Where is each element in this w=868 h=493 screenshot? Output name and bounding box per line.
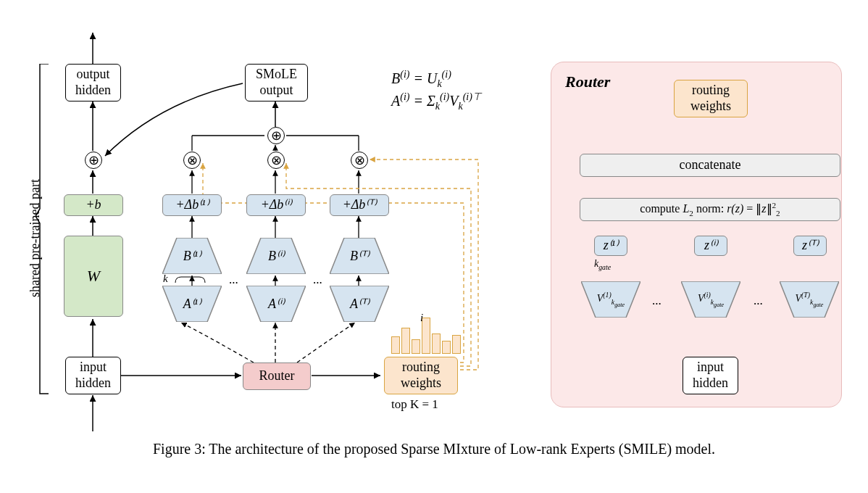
- input-hidden-box: input hidden: [65, 357, 121, 394]
- dots-left-1: ...: [229, 273, 238, 287]
- concat-box: concatenate: [580, 154, 840, 177]
- V-trap-1: V(1)kgate: [581, 281, 640, 318]
- routing-weights-right: routing weights: [674, 80, 748, 117]
- routing-weights-box: routing weights: [384, 357, 458, 394]
- B-trap-3: B⁽ᵀ⁾: [330, 238, 389, 274]
- routing-bars-icon: [391, 318, 461, 354]
- figure-container: shared pre-trained part output hidden ⊕ …: [14, 14, 854, 478]
- times-icon-1: ⊗: [183, 152, 201, 169]
- dots-right-2: ...: [754, 294, 763, 308]
- V-trap-2: V(i)kgate: [681, 281, 740, 318]
- output-hidden-box: output hidden: [65, 64, 121, 102]
- plus-icon: ⊕: [85, 152, 102, 169]
- smole-output-box: SMoLE output: [245, 64, 308, 102]
- compute-norm-box: compute L2 norm: r(z) = ‖z‖22: [580, 198, 840, 221]
- sum-plus-icon: ⊕: [267, 127, 285, 144]
- topk-label: top K = 1: [391, 397, 438, 412]
- eq-A: A(i) = Σk(i)Vk(i)⊤: [391, 91, 481, 112]
- eq-B: B(i) = Uk(i): [391, 69, 451, 90]
- router-title: Router: [565, 72, 610, 91]
- router-box: Router: [243, 362, 311, 390]
- z2-box: z⁽ⁱ⁾: [694, 236, 727, 256]
- bar-i-label: i: [420, 312, 423, 324]
- z1-box: z⁽¹⁾: [594, 236, 627, 256]
- A-trap-3: A⁽ᵀ⁾: [330, 286, 389, 322]
- z3-box: z⁽ᵀ⁾: [793, 236, 827, 256]
- dots-right-1: ...: [652, 294, 662, 308]
- dots-left-2: ...: [313, 273, 322, 287]
- B-trap-2: B⁽ⁱ⁾: [246, 238, 306, 274]
- kgate-label: kgate: [594, 258, 611, 271]
- bias-label: +b: [85, 197, 101, 213]
- delta-b-1: +Δb⁽¹⁾: [162, 194, 222, 216]
- V-trap-3: V(T)kgate: [780, 281, 839, 318]
- W-label: W: [87, 267, 100, 286]
- delta-b-2: +Δb⁽ⁱ⁾: [246, 194, 306, 216]
- figure-caption: Figure 3: The architecture of the propos…: [14, 441, 854, 457]
- times-icon-2: ⊗: [267, 152, 285, 169]
- bias-box: +b: [64, 194, 123, 216]
- k-label: k: [163, 273, 168, 285]
- A-trap-1: A⁽¹⁾: [162, 286, 222, 322]
- delta-b-3: +Δb⁽ᵀ⁾: [330, 194, 389, 216]
- input-hidden-right: input hidden: [683, 357, 738, 394]
- shared-part-label: shared pre-trained part: [28, 179, 43, 297]
- W-box: W: [64, 236, 123, 317]
- B-trap-1: B⁽¹⁾: [162, 238, 222, 274]
- A-trap-2: A⁽ⁱ⁾: [246, 286, 306, 322]
- times-icon-3: ⊗: [351, 152, 368, 169]
